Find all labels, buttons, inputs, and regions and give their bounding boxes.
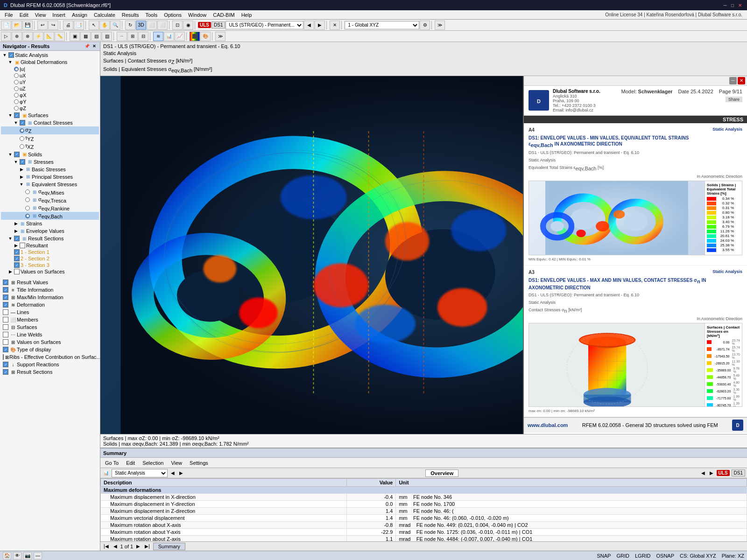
nav-section1[interactable]: ✓ 1 - Section 1 <box>1 249 99 255</box>
minimize-button[interactable]: ─ <box>722 2 728 8</box>
statusbar-btn3[interactable]: — <box>34 552 42 560</box>
view-side-button[interactable]: ⬜ <box>157 21 168 30</box>
sr-checkbox[interactable]: ✓ <box>3 362 8 367</box>
last-page-button[interactable]: ▶| <box>143 544 151 549</box>
nav-global-deformations[interactable]: ▼ ▣ Global Deformations <box>1 58 99 66</box>
surf-checkbox[interactable] <box>3 324 8 330</box>
menu-view[interactable]: View <box>32 12 49 18</box>
stresses-checkbox[interactable]: ✓ <box>20 159 25 165</box>
nav-tresca[interactable]: ⊞ σeqv,Tresca <box>1 196 99 204</box>
pdf-button[interactable]: 📑 <box>74 21 84 30</box>
view-menu[interactable]: View <box>168 460 185 466</box>
nav-surfaces-display[interactable]: ⊟ Surfaces <box>1 323 99 331</box>
tab-overview-button[interactable]: Overview <box>425 469 458 477</box>
radio-tresca[interactable] <box>25 197 30 202</box>
tb2-btn2[interactable]: ⊕ <box>12 32 22 41</box>
nav-prev2-button[interactable]: ◀ <box>700 470 706 476</box>
resultant-checkbox[interactable] <box>20 243 25 248</box>
menu-assign[interactable]: Assign <box>69 12 90 18</box>
coord-settings[interactable]: ⚙ <box>420 21 430 30</box>
tb2-color[interactable]: ⬛ <box>190 32 200 41</box>
nav-equivalent-stresses[interactable]: ▼ ⊞ Equivalent Stresses <box>1 181 99 188</box>
nav-principal-stresses[interactable]: ▶ ⊞ Principal Stresses <box>1 173 99 181</box>
nav-result-values[interactable]: ✓ ⊞ Result Values <box>1 279 99 286</box>
menu-options[interactable]: Options <box>161 12 184 18</box>
section3-checkbox[interactable]: ✓ <box>14 262 20 268</box>
prev-page-button[interactable]: ◀ <box>112 544 119 549</box>
nav-bach[interactable]: ⊞ σeqv,Bach <box>1 212 99 220</box>
nav-result-sections-bottom[interactable]: ✓ ⊞ Result Sections <box>1 368 99 376</box>
tb2-deform[interactable]: ≋ <box>153 32 163 41</box>
summary-tab-button[interactable]: Summary <box>153 543 185 550</box>
nav-deform-ux[interactable]: uX <box>1 72 99 79</box>
toggle-icon[interactable]: ▶ <box>13 243 19 248</box>
toggle-icon[interactable]: ▼ <box>13 120 19 126</box>
rsb-checkbox[interactable]: ✓ <box>3 369 8 375</box>
nav-values-surfaces[interactable]: ⊞ Values on Surfaces <box>1 338 99 346</box>
tb2-diagram[interactable]: 📈 <box>175 32 185 41</box>
selection-menu[interactable]: Selection <box>140 460 166 466</box>
tb2-snap2[interactable]: ⊞ <box>127 32 138 41</box>
nav-deform-phix[interactable]: φX <box>1 92 99 98</box>
nav-prev-button[interactable]: ◀ <box>169 470 176 476</box>
static-analysis-checkbox[interactable]: ✓ <box>8 52 14 58</box>
toggle-icon[interactable]: ▼ <box>7 152 13 157</box>
load-case-combo[interactable]: ULS (STR/GEO) - Permanent... <box>226 21 303 29</box>
analysis-combo[interactable]: Static Analysis <box>112 469 168 477</box>
radio-rankine[interactable] <box>25 206 30 210</box>
goto-menu[interactable]: Go To <box>102 460 121 466</box>
menu-cad-bim[interactable]: CAD-BIM <box>210 12 237 18</box>
maximize-button[interactable]: □ <box>729 2 736 8</box>
nav-members[interactable]: ⬜ Members <box>1 316 99 323</box>
zoom-button[interactable]: 🔍 <box>110 21 120 30</box>
nav-static-analysis[interactable]: ▼ ✓ Static Analysis <box>1 52 99 58</box>
select-button[interactable]: ↖ <box>89 21 99 30</box>
nav-deform-phiy[interactable]: φY <box>1 98 99 105</box>
tb2-view4[interactable]: ▧ <box>102 32 112 41</box>
lgrid-status[interactable]: LGRID <box>635 553 651 559</box>
radio-sigmaz[interactable] <box>20 128 24 133</box>
nav-deform-uy[interactable]: uY <box>1 79 99 85</box>
toggle-icon[interactable]: ▶ <box>19 174 24 180</box>
report-minimize-button[interactable]: ─ <box>729 77 737 84</box>
tb2-view3[interactable]: ▤ <box>91 32 101 41</box>
nav-lines[interactable]: — Lines <box>1 308 99 316</box>
radio-uz[interactable] <box>14 86 19 91</box>
tb2-btn1[interactable]: ▷ <box>1 32 11 41</box>
nav-deformation-display[interactable]: ✓ ≋ Deformation <box>1 301 99 308</box>
nav-stresses[interactable]: ▼ ✓ ⊞ Stresses <box>1 158 99 166</box>
menu-edit[interactable]: Edit <box>17 12 31 18</box>
nav-tauxz[interactable]: τXZ <box>1 142 99 150</box>
nav-next-button[interactable]: ▶ <box>178 470 184 476</box>
report-close-button[interactable]: ✕ <box>738 77 745 84</box>
view3d-button[interactable]: 3D <box>136 21 146 30</box>
solids-checkbox[interactable]: ✓ <box>14 152 20 157</box>
radio-bach[interactable] <box>25 214 30 218</box>
radio-mises[interactable] <box>25 189 30 194</box>
nav-solids[interactable]: ▼ ✓ ▣ Solids <box>1 151 99 158</box>
radio-phiy[interactable] <box>14 99 19 104</box>
tb2-iso[interactable]: 🎨 <box>200 32 211 41</box>
td-checkbox[interactable]: ✓ <box>3 347 8 352</box>
tb2-view2[interactable]: ▦ <box>80 32 91 41</box>
toggle-icon[interactable]: ▶ <box>13 228 19 234</box>
nav-sigmaz[interactable]: σZ <box>1 126 99 134</box>
first-page-button[interactable]: |◀ <box>102 544 110 549</box>
section2-checkbox[interactable]: ✓ <box>14 256 20 261</box>
nav-strains[interactable]: ▶ ⊞ Strains <box>1 220 99 227</box>
ribs-checkbox[interactable] <box>3 354 4 360</box>
snap-status[interactable]: SNAP <box>597 553 611 559</box>
toggle-icon[interactable]: ▼ <box>7 112 13 118</box>
next-lc-button[interactable]: ▶ <box>315 21 325 30</box>
dd-checkbox[interactable]: ✓ <box>3 302 8 308</box>
nav-envelope-values[interactable]: ▶ ⊞ Envelope Values <box>1 227 99 235</box>
radio-ux[interactable] <box>14 73 19 78</box>
toggle-icon[interactable]: ▼ <box>19 182 24 187</box>
next-page-button[interactable]: ▶ <box>135 544 141 549</box>
radio-tauyz[interactable] <box>20 136 24 141</box>
rotate-button[interactable]: ↻ <box>125 21 135 30</box>
nav-tauyz[interactable]: τYZ <box>1 134 99 142</box>
values-checkbox[interactable] <box>14 269 20 274</box>
section1-checkbox[interactable]: ✓ <box>14 249 20 255</box>
tb2-btn6[interactable]: 📏 <box>55 32 65 41</box>
